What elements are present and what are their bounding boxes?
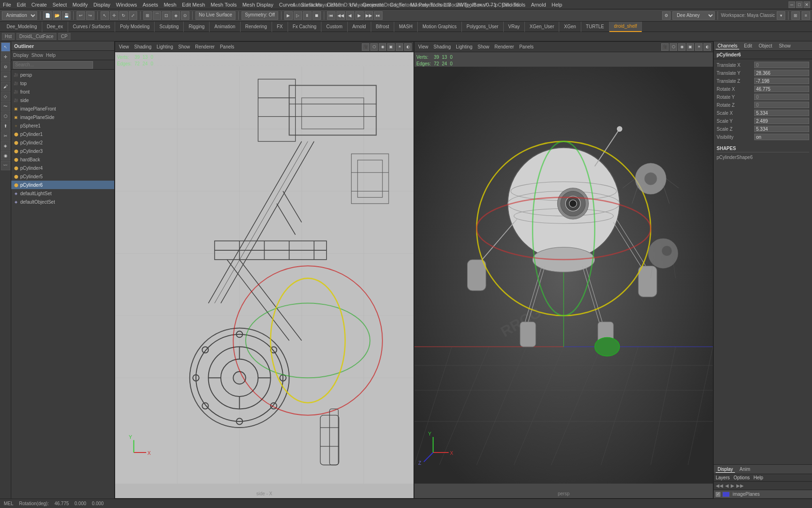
- outliner-item-imageplanefront[interactable]: ▣ imagePlaneFront: [11, 104, 114, 113]
- snap-surface-icon[interactable]: ◈: [172, 11, 180, 20]
- play-forward-icon[interactable]: ▶: [355, 11, 364, 20]
- menu-create[interactable]: Create: [31, 2, 47, 8]
- shelf-polygons-user[interactable]: Polygons_User: [462, 22, 504, 32]
- select-icon[interactable]: ↖: [101, 11, 109, 20]
- shelf-animation[interactable]: Animation: [210, 22, 240, 32]
- save-file-icon[interactable]: 💾: [62, 11, 70, 20]
- brush-icon[interactable]: 🖌: [1, 82, 10, 91]
- outliner-item-pcylinder6[interactable]: ⬤ pCylinder6: [11, 181, 114, 189]
- outliner-menu-help[interactable]: Help: [46, 53, 56, 58]
- layers-menu[interactable]: Layers: [716, 475, 730, 480]
- outliner-item-pcylinder3[interactable]: ⬤ pCylinder3: [11, 147, 114, 155]
- menu-help[interactable]: Help: [552, 2, 562, 8]
- vp-left-menu-panels[interactable]: Panels: [218, 44, 236, 50]
- breadcrumb-hst[interactable]: Hst: [2, 33, 15, 40]
- menu-file[interactable]: File: [3, 2, 11, 8]
- display-tab[interactable]: Display: [716, 466, 735, 473]
- layout-icon[interactable]: ⊞: [791, 11, 800, 20]
- no-live-surface-dropdown[interactable]: No Live Surface: [195, 11, 235, 20]
- step-back-icon[interactable]: ◀: [346, 11, 354, 20]
- scale-z-value[interactable]: 5.334: [754, 126, 809, 132]
- scale-x-value[interactable]: 5.334: [754, 110, 809, 116]
- render-tool-icon[interactable]: ◉: [1, 151, 10, 160]
- edit-tab[interactable]: Edit: [742, 43, 754, 49]
- shelf-droid[interactable]: droid_shelf: [609, 22, 642, 32]
- vp-left-texture-icon[interactable]: ▣: [387, 43, 395, 51]
- lasso-icon[interactable]: ⊖: [1, 62, 10, 71]
- outliner-menu-show[interactable]: Show: [31, 53, 43, 58]
- workspace-dropdown-icon[interactable]: ▾: [777, 11, 785, 20]
- vp-left-cam-icon[interactable]: 🎥: [362, 43, 369, 51]
- translate-z-value[interactable]: -7.198: [754, 78, 809, 84]
- snap-view-icon[interactable]: ⊙: [181, 11, 189, 20]
- shelf-motion-graphics[interactable]: Motion Graphics: [418, 22, 462, 32]
- viewport-left[interactable]: View Shading Lighting Show Renderer Pane…: [115, 41, 414, 499]
- curve-icon[interactable]: 〜: [1, 102, 10, 111]
- selection-mode-icon[interactable]: ↖: [1, 42, 10, 52]
- layer-back-icon[interactable]: ◀: [725, 483, 729, 488]
- vp-left-menu-lighting[interactable]: Lighting: [155, 44, 175, 50]
- viewport-left-canvas[interactable]: Verts:39130 Edges:72240 Faces:36120 Tris…: [115, 52, 414, 498]
- paint-icon[interactable]: ✏: [1, 72, 10, 81]
- menu-modify[interactable]: Modify: [72, 2, 87, 8]
- search-input[interactable]: [13, 61, 93, 69]
- layer-next-icon[interactable]: ▶▶: [736, 483, 744, 488]
- shelf-rendering[interactable]: Rendering: [241, 22, 272, 32]
- snap-grid-icon[interactable]: ⊞: [143, 11, 152, 20]
- outliner-item-imageplanesideside[interactable]: ▣ imagePlaneSide: [11, 113, 114, 121]
- outliner-menu-display[interactable]: Display: [13, 53, 29, 58]
- step-forward-icon[interactable]: ▶▶: [365, 11, 373, 20]
- layer-forward-icon[interactable]: ▶: [731, 483, 734, 488]
- vp-right-light-icon[interactable]: ☀: [695, 43, 703, 51]
- shelf-curves-surfaces[interactable]: Curves / Surfaces: [68, 22, 115, 32]
- menu-select[interactable]: Select: [53, 2, 67, 8]
- vp-left-shaded-icon[interactable]: ◉: [379, 43, 386, 51]
- vp-left-menu-show[interactable]: Show: [176, 44, 192, 50]
- breadcrumb-droid[interactable]: DroidL_CutFace: [16, 33, 56, 40]
- close-button[interactable]: ✕: [804, 1, 810, 8]
- stop-icon[interactable]: ⏹: [312, 11, 321, 20]
- menu-assets[interactable]: Assets: [142, 2, 158, 8]
- breadcrumb-cp[interactable]: CP: [58, 33, 70, 40]
- shelf-sculpting[interactable]: Sculpting: [155, 22, 184, 32]
- vp-left-light-icon[interactable]: ☀: [396, 43, 403, 51]
- shelf-dee-ex[interactable]: Dee_ex: [42, 22, 68, 32]
- translate-x-value[interactable]: 0: [754, 62, 809, 68]
- object-tab[interactable]: Object: [757, 43, 774, 49]
- menu-arnold[interactable]: Arnold: [531, 2, 546, 8]
- menu-display[interactable]: Display: [94, 2, 110, 8]
- settings-icon[interactable]: ⚙: [662, 11, 671, 20]
- shelf-custom[interactable]: Custom: [321, 22, 347, 32]
- outliner-item-pcylinder5[interactable]: ⬤ pCylinder5: [11, 172, 114, 181]
- vp-right-menu-view[interactable]: View: [416, 44, 430, 50]
- vp-left-menu-renderer[interactable]: Renderer: [193, 44, 217, 50]
- channels-tab[interactable]: Channels: [716, 43, 739, 49]
- menu-windows[interactable]: Windows: [116, 2, 137, 8]
- shelf-poly-modeling[interactable]: Poly Modeling: [115, 22, 155, 32]
- symmetry-dropdown[interactable]: Symmetry: Off: [242, 11, 278, 20]
- shelf-bifrost[interactable]: Bifrost: [371, 22, 394, 32]
- shelf-turtle[interactable]: TURTLE: [581, 22, 609, 32]
- outliner-item-defaultlightset[interactable]: ◈ defaultLightSet: [11, 189, 114, 198]
- outliner-item-side[interactable]: 🎥 side: [11, 96, 114, 104]
- render-icon[interactable]: ▶: [284, 11, 293, 20]
- outliner-item-pcylinder4[interactable]: ⬤ pCylinder4: [11, 164, 114, 172]
- new-file-icon[interactable]: 📄: [43, 11, 52, 20]
- deform-icon[interactable]: ◈: [1, 141, 10, 151]
- outliner-item-defaultobjectset[interactable]: ◈ defaultObjectSet: [11, 198, 114, 206]
- play-end-icon[interactable]: ⏭: [374, 11, 383, 20]
- minimize-button[interactable]: ─: [789, 1, 795, 8]
- open-file-icon[interactable]: 📂: [53, 11, 61, 20]
- polygon-icon[interactable]: ⬡: [1, 111, 10, 121]
- shelf-rigging[interactable]: Rigging: [184, 22, 210, 32]
- menu-edit-mesh[interactable]: Edit Mesh: [182, 2, 205, 8]
- vp-right-menu-lighting[interactable]: Lighting: [454, 44, 474, 50]
- anim-tab[interactable]: Anim: [738, 466, 752, 472]
- vp-right-texture-icon[interactable]: ▣: [687, 43, 694, 51]
- script-icon[interactable]: ≡: [802, 11, 810, 20]
- vp-right-cam-icon[interactable]: 🎥: [661, 43, 669, 51]
- scale-y-value[interactable]: 2.489: [754, 118, 809, 124]
- vp-right-menu-shading[interactable]: Shading: [432, 44, 453, 50]
- shelf-arnold[interactable]: Arnold: [348, 22, 371, 32]
- vp-right-shaded-icon[interactable]: ◉: [678, 43, 686, 51]
